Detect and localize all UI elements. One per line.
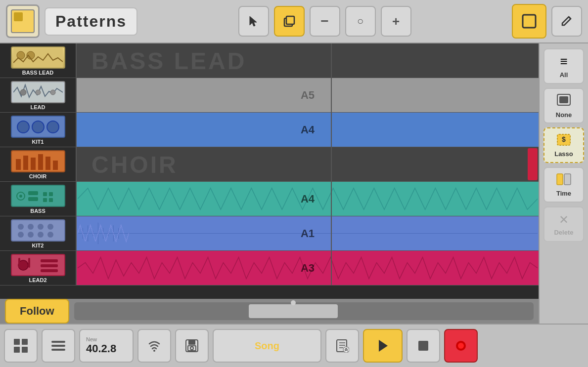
playhead bbox=[331, 43, 332, 78]
block-label-bass-a4: A4 bbox=[301, 193, 315, 205]
track-content-lead2[interactable]: A3 bbox=[77, 251, 539, 285]
svg-point-17 bbox=[17, 121, 29, 133]
track-thumb-kit2 bbox=[11, 219, 65, 242]
track-row-choir: CHOIR CHOIR bbox=[0, 147, 539, 182]
copy-tool-button[interactable] bbox=[274, 6, 305, 37]
track-header-lead[interactable]: LEAD bbox=[0, 78, 77, 112]
svg-point-39 bbox=[28, 224, 34, 230]
playhead-lead bbox=[331, 78, 332, 112]
svg-rect-34 bbox=[43, 198, 47, 202]
all-icon: ≡ bbox=[560, 54, 567, 69]
svg-point-40 bbox=[38, 224, 44, 230]
track-row-kit1: KIT1 A4 bbox=[0, 113, 539, 147]
circle-button[interactable]: ○ bbox=[345, 6, 376, 37]
choir-small-block[interactable] bbox=[528, 148, 538, 180]
track-block-lead-a5[interactable]: A5 bbox=[78, 79, 538, 111]
track-bg-label-bass-lead: BASS LEAD bbox=[91, 47, 246, 74]
svg-rect-65 bbox=[22, 339, 28, 345]
circle-icon: ○ bbox=[357, 15, 363, 28]
svg-point-43 bbox=[28, 232, 34, 238]
wifi-button[interactable] bbox=[137, 329, 171, 363]
svg-point-19 bbox=[47, 121, 59, 133]
track-thumb-bass-lead bbox=[11, 46, 65, 69]
bpm-display[interactable]: New 40.2.8 bbox=[79, 329, 134, 363]
svg-point-81 bbox=[458, 343, 464, 349]
minus-icon: − bbox=[320, 13, 328, 29]
track-content-lead[interactable]: A5 bbox=[77, 78, 539, 112]
song-button[interactable]: Song bbox=[213, 329, 321, 363]
svg-rect-26 bbox=[53, 161, 58, 170]
grid-button[interactable] bbox=[4, 329, 38, 363]
track-row-lead: LEAD A5 bbox=[0, 78, 539, 113]
track-header-bass[interactable]: BASS bbox=[0, 182, 77, 216]
bottom-follow-bar: Follow bbox=[0, 299, 539, 324]
time-button[interactable]: Time bbox=[543, 167, 584, 203]
block-label-lead2-a3: A3 bbox=[301, 262, 315, 275]
track-name-bass-lead: BASS LEAD bbox=[22, 70, 54, 76]
track-thumb-kit1 bbox=[11, 116, 65, 138]
track-header-choir[interactable]: CHOIR bbox=[0, 147, 77, 181]
record-button[interactable] bbox=[444, 329, 478, 363]
track-name-kit1: KIT1 bbox=[32, 139, 44, 145]
block-label-kit1-a4: A4 bbox=[301, 123, 315, 136]
track-content-kit1[interactable]: A4 bbox=[77, 113, 539, 147]
svg-rect-22 bbox=[23, 156, 28, 170]
track-content-bass[interactable]: A4 bbox=[77, 182, 539, 216]
svg-rect-70 bbox=[51, 349, 65, 351]
track-header-kit1[interactable]: KIT1 bbox=[0, 113, 77, 147]
svg-rect-69 bbox=[51, 345, 65, 347]
track-block-kit2-a1[interactable]: A1 bbox=[78, 217, 538, 249]
lasso-button[interactable]: $ Lasso bbox=[543, 127, 584, 163]
plus-button[interactable]: + bbox=[381, 6, 411, 37]
none-button[interactable]: None bbox=[543, 88, 584, 123]
track-header-lead2[interactable]: LEAD2 bbox=[0, 251, 77, 285]
time-icon bbox=[556, 173, 571, 188]
track-name-lead: LEAD bbox=[31, 104, 45, 110]
svg-point-44 bbox=[38, 232, 44, 238]
track-content-choir[interactable]: CHOIR bbox=[77, 147, 539, 181]
stop-button[interactable] bbox=[407, 329, 440, 363]
svg-rect-2 bbox=[523, 15, 536, 28]
track-block-lead2-a3[interactable]: A3 bbox=[78, 252, 538, 284]
bpm-value: 40.2.8 bbox=[86, 342, 116, 355]
top-toolbar: Patterns − ○ + bbox=[0, 0, 588, 43]
playhead-kit1 bbox=[331, 113, 332, 147]
app-icon[interactable] bbox=[6, 4, 40, 38]
edit-button[interactable] bbox=[551, 6, 582, 37]
square-select-button[interactable] bbox=[512, 4, 546, 39]
cursor-tool-button[interactable] bbox=[238, 6, 269, 37]
track-row-bass: BASS A4 bbox=[0, 182, 539, 216]
play-button[interactable] bbox=[363, 329, 403, 363]
svg-rect-24 bbox=[38, 154, 43, 170]
playhead-choir bbox=[331, 147, 332, 181]
bpm-new-label: New bbox=[86, 336, 97, 342]
svg-rect-35 bbox=[49, 198, 53, 202]
svg-marker-78 bbox=[379, 340, 388, 352]
track-header-bass-lead[interactable]: BASS LEAD bbox=[0, 43, 77, 78]
track-thumb-bass bbox=[11, 185, 65, 207]
svg-point-71 bbox=[153, 350, 155, 352]
scrollbar-track[interactable] bbox=[74, 302, 534, 320]
track-row-lead2: LEAD2 A3 bbox=[0, 251, 539, 285]
menu-button[interactable] bbox=[42, 329, 75, 363]
lasso-label: Lasso bbox=[554, 150, 573, 158]
minus-button[interactable]: − bbox=[310, 6, 340, 37]
track-header-kit2[interactable]: KIT2 bbox=[0, 216, 77, 250]
track-block-bass-a4[interactable]: A4 bbox=[78, 183, 538, 215]
book-button[interactable] bbox=[325, 329, 359, 363]
scrollbar-thumb[interactable] bbox=[249, 304, 338, 318]
playhead-lead2 bbox=[331, 251, 332, 285]
all-button[interactable]: ≡ All bbox=[543, 48, 584, 84]
follow-button[interactable]: Follow bbox=[5, 299, 69, 324]
delete-button[interactable]: ✕ Delete bbox=[543, 206, 584, 242]
svg-rect-79 bbox=[418, 341, 428, 351]
save-button[interactable] bbox=[175, 329, 209, 363]
svg-rect-23 bbox=[31, 158, 36, 170]
none-label: None bbox=[556, 111, 572, 119]
track-content-kit2[interactable]: A1 bbox=[77, 216, 539, 250]
svg-rect-68 bbox=[51, 341, 65, 343]
all-label: All bbox=[560, 71, 568, 79]
track-block-kit1-a4[interactable]: A4 bbox=[78, 114, 538, 146]
track-content-bass-lead[interactable]: BASS LEAD bbox=[77, 43, 539, 78]
svg-text:$: $ bbox=[562, 135, 566, 143]
